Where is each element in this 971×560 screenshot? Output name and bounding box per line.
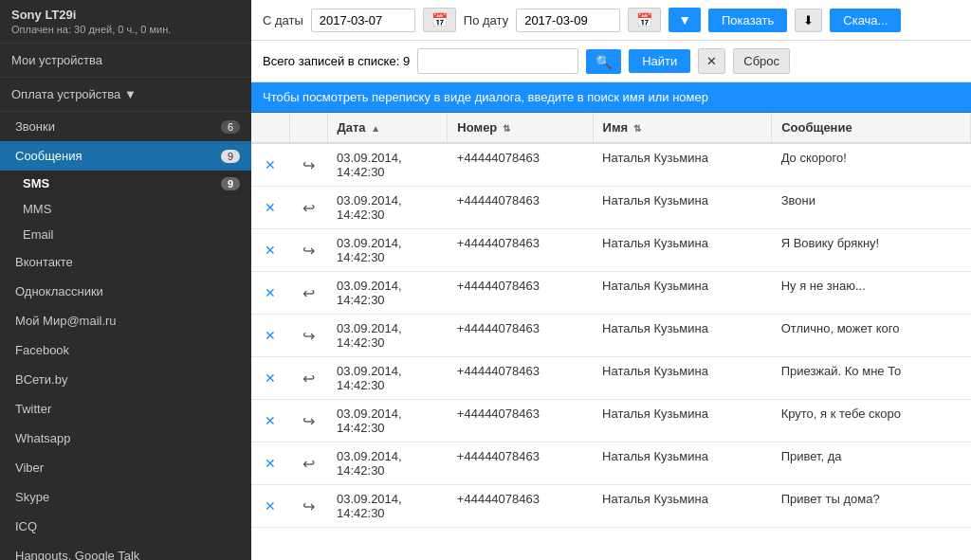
name-cell: Наталья Кузьмина [593, 143, 772, 187]
find-button[interactable]: Найти [629, 49, 690, 73]
date-cell: 03.09.2014, 14:42:30 [327, 485, 448, 528]
col-delete [251, 113, 289, 143]
sidebar-item-facebook[interactable]: Facebook [0, 335, 251, 365]
sidebar-item-twitter[interactable]: Twitter [0, 394, 251, 424]
sidebar-icq-label: ICQ [15, 519, 37, 533]
sidebar-mms-label: MMS [23, 202, 51, 216]
name-cell: Наталья Кузьмина [593, 187, 772, 229]
sidebar-whatsapp-label: Whatsapp [15, 431, 71, 445]
delete-icon[interactable]: ✕ [265, 243, 276, 258]
sidebar-sms-badge: 9 [221, 177, 240, 190]
sidebar-odnoklassniki-label: Одноклассники [15, 284, 103, 298]
name-cell: Наталья Кузьмина [593, 485, 772, 528]
col-direction [289, 113, 327, 143]
number-cell: +44444078463 [448, 187, 593, 229]
paid-info: Оплачен на: 30 дней, 0 ч., 0 мин. [11, 24, 240, 35]
main-content: С даты 📅 По дату 📅 ▼ Показать ⬇ Скача...… [251, 0, 971, 560]
to-date-label: По дату [464, 13, 508, 27]
col-name[interactable]: Имя ⇅ [593, 113, 772, 143]
sidebar: Sony LT29i Оплачен на: 30 дней, 0 ч., 0 … [0, 0, 251, 560]
delete-icon[interactable]: ✕ [265, 157, 276, 172]
delete-icon[interactable]: ✕ [265, 200, 276, 215]
outgoing-icon: ↪ [302, 157, 315, 173]
direction-cell: ↩ [289, 357, 327, 400]
col-number[interactable]: Номер ⇅ [448, 113, 593, 143]
outgoing-icon: ↪ [302, 328, 315, 344]
message-cell: Привет, да [772, 443, 971, 485]
table-row: ✕↩03.09.2014, 14:42:30+44444078463Наталь… [251, 357, 971, 400]
number-cell: +44444078463 [448, 443, 593, 485]
incoming-icon: ↩ [302, 200, 315, 216]
table-container: Дата ▲ Номер ⇅ Имя ⇅ Сообщение ✕↪03.09.2… [251, 113, 971, 560]
date-cell: 03.09.2014, 14:42:30 [327, 443, 448, 485]
message-cell: Круто, я к тебе скоро [772, 400, 971, 443]
to-calendar-button[interactable]: 📅 [628, 8, 661, 32]
sidebar-item-moy-mir[interactable]: Мой Мир@mail.ru [0, 306, 251, 335]
direction-cell: ↪ [289, 485, 327, 528]
delete-cell: ✕ [251, 357, 289, 400]
from-date-input[interactable] [311, 9, 415, 32]
sidebar-item-viber[interactable]: Viber [0, 453, 251, 482]
delete-cell: ✕ [251, 485, 289, 528]
sidebar-item-odnoklassniki[interactable]: Одноклассники [0, 277, 251, 306]
search-input[interactable] [417, 48, 578, 74]
date-cell: 03.09.2014, 14:42:30 [327, 143, 448, 187]
sidebar-item-messages-label: Сообщения [15, 149, 82, 163]
delete-icon[interactable]: ✕ [265, 370, 276, 386]
sidebar-item-sms[interactable]: SMS 9 [0, 171, 251, 196]
reset-button[interactable]: Сброс [733, 48, 790, 74]
to-date-input[interactable] [516, 9, 620, 32]
col-date[interactable]: Дата ▲ [327, 113, 448, 143]
table-row: ✕↩03.09.2014, 14:42:30+44444078463Наталь… [251, 443, 971, 485]
filter-button[interactable]: ▼ [669, 8, 701, 32]
delete-icon[interactable]: ✕ [265, 328, 276, 343]
show-button[interactable]: Показать [708, 9, 787, 32]
sidebar-item-icq[interactable]: ICQ [0, 512, 251, 541]
date-cell: 03.09.2014, 14:42:30 [327, 272, 448, 315]
sidebar-item-pay-device[interactable]: Оплата устройства ▼ [0, 78, 251, 112]
sidebar-calls-badge: 6 [221, 120, 240, 134]
name-cell: Наталья Кузьмина [593, 357, 772, 400]
delete-cell: ✕ [251, 315, 289, 357]
download-button[interactable]: Скача... [830, 9, 901, 32]
number-cell: +44444078463 [448, 229, 593, 272]
sidebar-bceti-label: BCети.by [15, 372, 67, 387]
table-row: ✕↪03.09.2014, 14:42:30+44444078463Наталь… [251, 229, 971, 272]
sidebar-item-vkontakte[interactable]: Вконтакте [0, 247, 251, 277]
delete-icon[interactable]: ✕ [265, 456, 276, 471]
incoming-icon: ↩ [302, 370, 315, 387]
table-row: ✕↪03.09.2014, 14:42:30+44444078463Наталь… [251, 400, 971, 443]
from-date-label: С даты [263, 13, 303, 27]
from-calendar-button[interactable]: 📅 [423, 8, 456, 32]
delete-icon[interactable]: ✕ [265, 413, 276, 428]
name-cell: Наталья Кузьмина [593, 315, 772, 357]
sidebar-item-hangouts[interactable]: Hangouts, Google Talk [0, 541, 251, 560]
date-cell: 03.09.2014, 14:42:30 [327, 229, 448, 272]
number-cell: +44444078463 [448, 143, 593, 187]
table-header-row: Дата ▲ Номер ⇅ Имя ⇅ Сообщение [251, 113, 971, 143]
message-cell: Ну я не знаю... [772, 272, 971, 315]
sidebar-item-bceti[interactable]: BCети.by [0, 365, 251, 394]
sidebar-item-mms[interactable]: MMS [0, 196, 251, 222]
message-cell: Я Вовику брякну! [772, 229, 971, 272]
delete-cell: ✕ [251, 187, 289, 229]
sidebar-item-email[interactable]: Email [0, 222, 251, 247]
name-cell: Наталья Кузьмина [593, 400, 772, 443]
sidebar-item-my-devices[interactable]: Мои устройства [0, 44, 251, 78]
sidebar-item-skype[interactable]: Skype [0, 482, 251, 512]
message-cell: Звони [772, 187, 971, 229]
delete-icon[interactable]: ✕ [265, 498, 276, 514]
delete-cell: ✕ [251, 272, 289, 315]
sidebar-item-messages[interactable]: Сообщения 9 [0, 141, 251, 171]
outgoing-icon: ↪ [302, 413, 315, 429]
table-row: ✕↩03.09.2014, 14:42:30+44444078463Наталь… [251, 272, 971, 315]
delete-icon[interactable]: ✕ [265, 285, 276, 300]
sidebar-item-whatsapp[interactable]: Whatsapp [0, 424, 251, 453]
device-name: Sony LT29i [11, 8, 240, 22]
date-cell: 03.09.2014, 14:42:30 [327, 187, 448, 229]
messages-table: Дата ▲ Номер ⇅ Имя ⇅ Сообщение ✕↪03.09.2… [251, 113, 971, 528]
download-icon-button[interactable]: ⬇ [795, 9, 822, 32]
sidebar-item-calls[interactable]: Звонки 6 [0, 112, 251, 141]
clear-search-button[interactable]: ✕ [698, 48, 725, 74]
search-go-button[interactable]: 🔍 [586, 49, 621, 74]
